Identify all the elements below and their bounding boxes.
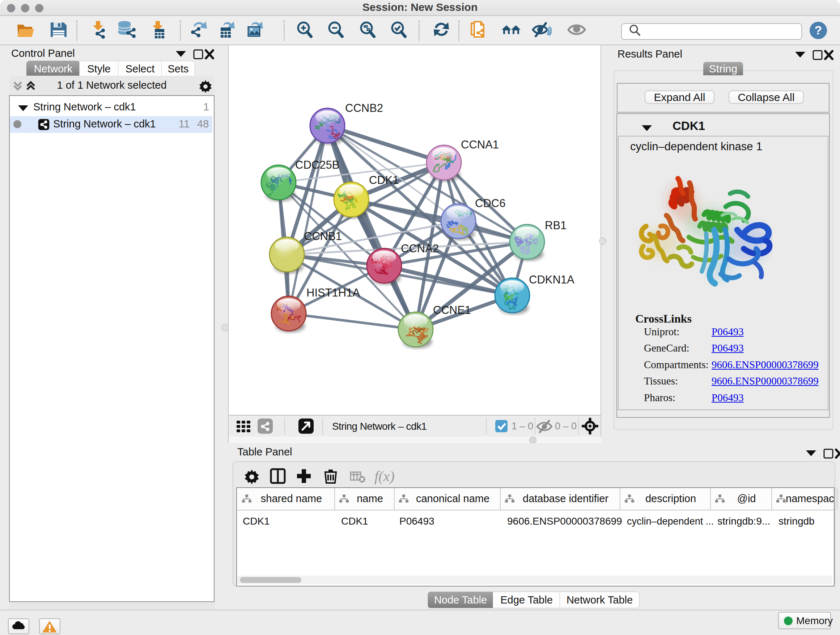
svg-text:?: ? [815, 23, 822, 37]
svg-text:CDKN1A: CDKN1A [529, 273, 575, 286]
svg-text:CCNE1: CCNE1 [433, 304, 471, 317]
svg-text:CCNA1: CCNA1 [461, 138, 499, 151]
svg-text:CCNA2: CCNA2 [401, 242, 439, 255]
svg-text:CCNB2: CCNB2 [345, 102, 383, 114]
svg-text:CDC25B: CDC25B [295, 158, 339, 171]
svg-text:CCNB1: CCNB1 [304, 230, 342, 242]
svg-text:HIST1H1A: HIST1H1A [306, 287, 360, 299]
svg-text:RB1: RB1 [545, 219, 567, 232]
svg-text:CDK1: CDK1 [369, 174, 399, 187]
svg-text:CDC6: CDC6 [475, 197, 505, 210]
